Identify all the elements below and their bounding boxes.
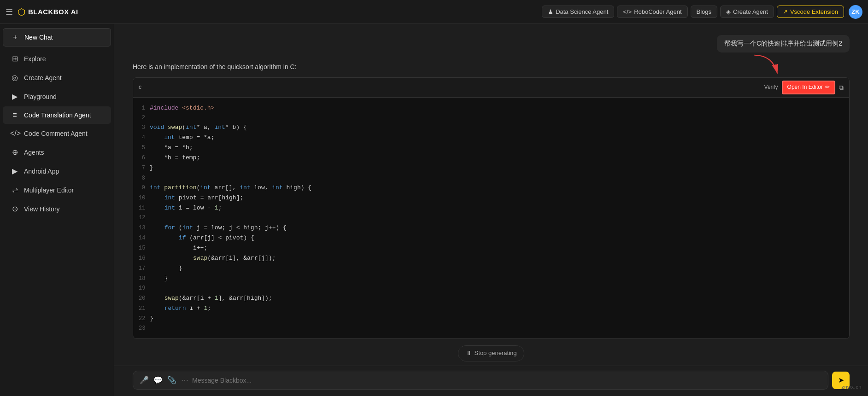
code-line: 21 return i + 1; xyxy=(133,303,849,314)
code-line: 12 xyxy=(133,213,849,222)
input-icons: 🎤 💬 📎 ⋯ xyxy=(140,376,188,384)
code-language-label: c xyxy=(139,83,141,92)
scroll-right-icon[interactable]: ▸ xyxy=(492,362,495,366)
code-line: 20 swap(&arr[i + 1], &arr[high]); xyxy=(133,293,849,303)
create-agent-icon: ◈ xyxy=(726,8,731,15)
code-header: c Verify Open In Editor ✏ ⧉ xyxy=(133,78,849,97)
code-line: 15 i++; xyxy=(133,243,849,253)
navbar-right: ♟ Data Science Agent </> RoboCoder Agent… xyxy=(542,5,862,19)
code-line: 22} xyxy=(133,314,849,324)
edit-pencil-icon: ✏ xyxy=(825,83,830,92)
user-message: 帮我写一个C的快速排序并给出测试用例2 xyxy=(717,35,850,52)
code-line: 6 *b = temp; xyxy=(133,153,849,163)
code-content: 1#include <stdio.h> 2 3void swap(int* a,… xyxy=(133,98,849,339)
code-line: 4 int temp = *a; xyxy=(133,133,849,143)
sidebar-item-code-comment[interactable]: </> Code Comment Agent xyxy=(3,125,111,142)
content-area: 帮我写一个C的快速排序并给出测试用例2 Here is an implement… xyxy=(114,24,868,396)
code-line: 18 } xyxy=(133,274,849,284)
data-science-agent-button[interactable]: ♟ Data Science Agent xyxy=(542,6,614,18)
input-area: 🎤 💬 📎 ⋯ ➤ xyxy=(114,366,868,396)
chat-area: 帮我写一个C的快速排序并给出测试用例2 Here is an implement… xyxy=(114,24,868,366)
sidebar-item-code-translation[interactable]: ≡ Code Translation Agent xyxy=(3,106,111,124)
sidebar-item-new-chat[interactable]: + New Chat xyxy=(3,28,111,47)
input-box: 🎤 💬 📎 ⋯ xyxy=(133,371,828,390)
navbar-left: ☰ ⬡ BLACKBOX AI xyxy=(6,6,78,17)
stop-generating-button[interactable]: ⏸ Stop generating xyxy=(458,345,525,361)
code-line: 10 int pivot = arr[high]; xyxy=(133,193,849,203)
code-line: 16 swap(&arr[i], &arr[j]); xyxy=(133,253,849,263)
code-line: 17 } xyxy=(133,263,849,274)
code-line: 5 *a = *b; xyxy=(133,143,849,153)
code-line: 23 xyxy=(133,324,849,333)
code-header-right: Verify Open In Editor ✏ ⧉ xyxy=(764,81,844,94)
plus-icon: + xyxy=(11,33,20,41)
more-icon[interactable]: ⋯ xyxy=(181,376,188,384)
code-translation-icon: ≡ xyxy=(10,111,19,119)
annotation-container: c Verify Open In Editor ✏ ⧉ xyxy=(133,77,850,366)
playground-icon: ▶ xyxy=(10,92,19,101)
assistant-intro-text: Here is an implementation of the quickso… xyxy=(133,62,850,72)
code-line: 8 xyxy=(133,174,849,183)
stop-icon: ⏸ xyxy=(466,349,472,358)
data-science-icon: ♟ xyxy=(548,8,553,15)
code-line: 14 if (arr[j] < pivot) { xyxy=(133,233,849,243)
avatar[interactable]: ZK xyxy=(849,5,862,19)
sidebar-item-playground[interactable]: ▶ Playground xyxy=(3,87,111,105)
sidebar-item-create-agent[interactable]: ◎ Create Agent xyxy=(3,69,111,87)
copy-icon[interactable]: ⧉ xyxy=(839,82,844,93)
sidebar-item-explore[interactable]: ⊞ Explore xyxy=(3,50,111,68)
sidebar-item-view-history[interactable]: ⊙ View History xyxy=(3,200,111,218)
code-line: 7} xyxy=(133,163,849,173)
android-icon: ▶ xyxy=(10,167,19,175)
scroll-left-icon[interactable]: ◂ xyxy=(487,362,490,366)
sidebar-item-agents[interactable]: ⊕ Agents xyxy=(3,143,111,161)
code-line: 9int partition(int arr[], int low, int h… xyxy=(133,183,849,193)
blogs-button[interactable]: Blogs xyxy=(691,6,718,18)
stop-generating-area: ⏸ Stop generating ◂ ▸ xyxy=(133,342,850,366)
send-icon: ➤ xyxy=(838,376,844,384)
message-input[interactable] xyxy=(192,377,821,384)
sidebar: + New Chat ⊞ Explore ◎ Create Agent ▶ Pl… xyxy=(0,24,114,396)
create-agent-button[interactable]: ◈ Create Agent xyxy=(720,6,774,18)
code-line: 13 for (int j = low; j < high; j++) { xyxy=(133,223,849,233)
code-block: c Verify Open In Editor ✏ ⧉ xyxy=(133,77,850,339)
code-line: 19 xyxy=(133,284,849,293)
create-agent-sidebar-icon: ◎ xyxy=(10,73,19,82)
agents-icon: ⊕ xyxy=(10,148,19,157)
verify-button[interactable]: Verify xyxy=(764,83,778,92)
code-comment-icon: </> xyxy=(10,129,19,138)
vscode-extension-button[interactable]: ↗ Vscode Extension xyxy=(777,6,844,18)
logo-hex-icon: ⬡ xyxy=(18,6,25,17)
open-in-editor-button[interactable]: Open In Editor ✏ xyxy=(782,81,835,94)
code-line: 11 int i = low - 1; xyxy=(133,203,849,213)
code-line: 1#include <stdio.h> xyxy=(133,103,849,113)
logo: ⬡ BLACKBOX AI xyxy=(18,6,78,17)
vscode-icon: ↗ xyxy=(783,8,788,15)
explore-icon: ⊞ xyxy=(10,54,19,63)
logo-text: BLACKBOX AI xyxy=(28,8,78,16)
assistant-message: Here is an implementation of the quickso… xyxy=(133,62,850,366)
sidebar-item-android[interactable]: ▶ Android App xyxy=(3,162,111,180)
watermark: znwx.cn xyxy=(841,384,862,390)
sidebar-item-multiplayer[interactable]: ⇌ Multiplayer Editor xyxy=(3,181,111,199)
code-line: 2 xyxy=(133,113,849,122)
main-layout: + New Chat ⊞ Explore ◎ Create Agent ▶ Pl… xyxy=(0,24,868,396)
robocoder-icon: </> xyxy=(623,8,632,15)
mic-icon[interactable]: 🎤 xyxy=(140,376,149,384)
chat-icon[interactable]: 💬 xyxy=(153,376,163,384)
attach-icon[interactable]: 📎 xyxy=(167,376,176,384)
code-line: 3void swap(int* a, int* b) { xyxy=(133,122,849,133)
scroll-bar: ◂ ▸ xyxy=(487,362,495,366)
robocoder-agent-button[interactable]: </> RoboCoder Agent xyxy=(617,6,687,18)
navbar: ☰ ⬡ BLACKBOX AI ♟ Data Science Agent </>… xyxy=(0,0,868,24)
history-icon: ⊙ xyxy=(10,204,19,213)
multiplayer-icon: ⇌ xyxy=(10,186,19,194)
menu-icon[interactable]: ☰ xyxy=(6,7,13,17)
